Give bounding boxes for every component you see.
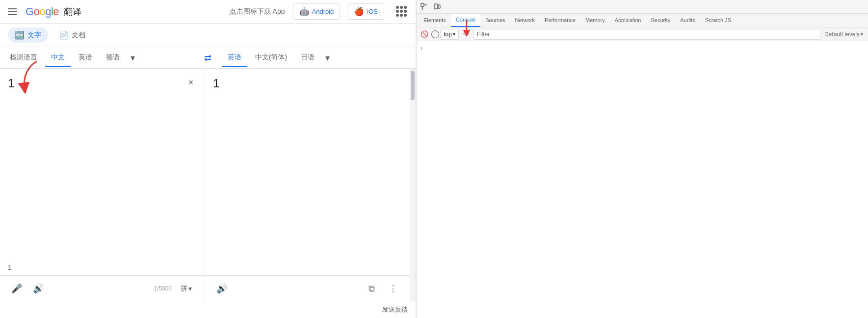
target-speaker-btn[interactable]: 🔊 — [213, 280, 231, 297]
eye-filter-btn[interactable]: 👁 — [461, 28, 473, 40]
mode-tabs: 🔤 文字 📄 文档 — [0, 24, 416, 47]
translate-panel: #menu-icon-btn { width:24px; height:24px… — [0, 0, 416, 318]
tab-console[interactable]: Console — [451, 14, 480, 27]
device-toggle-btn[interactable] — [431, 1, 443, 13]
target-text-wrapper: 1 — [205, 69, 410, 275]
source-transcription: 1 — [0, 260, 205, 275]
ios-btn[interactable]: 🍎 iOS — [348, 3, 384, 20]
console-prompt[interactable]: › — [421, 45, 422, 52]
android-btn[interactable]: 🤖 Android — [293, 3, 341, 20]
target-area: 1 🔊 ⧉ ⋮ — [205, 69, 410, 301]
tab-audits[interactable]: Audits — [675, 14, 700, 27]
clear-input-btn[interactable]: × — [185, 77, 197, 88]
source-lang-detect[interactable]: 检测语言 — [4, 49, 43, 67]
char-count: 1/5000 — [154, 285, 172, 292]
source-input[interactable]: 1 — [8, 77, 181, 106]
google-logo: Google — [26, 5, 59, 18]
target-bottom-bar: 🔊 ⧉ ⋮ — [205, 275, 410, 301]
context-selector[interactable]: top ▾ — [440, 29, 459, 40]
devtools-panel: Elements Console Sources Network Perform… — [416, 0, 868, 318]
source-lang-de[interactable]: 德语 — [100, 49, 126, 67]
copy-translation-btn[interactable]: ⧉ — [363, 280, 380, 297]
source-bottom-bar: 🎤 🔊 1/5000 拼 ▾ — [0, 275, 205, 301]
translation-area: 1 × 1 🎤 🔊 1/5000 拼 ▾ 1 🔊 — [0, 69, 416, 301]
svg-rect-4 — [434, 4, 438, 9]
target-lang-en[interactable]: 英语 — [222, 49, 247, 67]
target-lang-zh-simplified[interactable]: 中文(简体) — [249, 49, 293, 67]
svg-rect-1 — [421, 3, 424, 6]
source-lang-expand[interactable]: ▾ — [128, 50, 138, 66]
pinyin-expand-icon: ▾ — [188, 285, 192, 292]
clear-console-btn[interactable]: 🚫 — [419, 28, 430, 40]
default-levels-btn[interactable]: Default levels ▾ — [821, 30, 866, 39]
lang-bar: 检测语言 中文 英语 德语 ▾ ⇄ 英语 中文(简体) 日语 ▾ — [0, 47, 416, 69]
top-bar: #menu-icon-btn { width:24px; height:24px… — [0, 0, 416, 24]
source-area: 1 × 1 🎤 🔊 1/5000 拼 ▾ — [0, 69, 205, 301]
tab-memory[interactable]: Memory — [580, 14, 610, 27]
devtools-toolbar: 🚫 top ▾ 👁 Default levels ▾ — [417, 27, 868, 41]
filter-input[interactable] — [473, 29, 820, 40]
devtools-content: › — [417, 41, 868, 318]
target-lang-expand[interactable]: ▾ — [322, 50, 333, 66]
devtools-tabs: Elements Console Sources Network Perform… — [417, 14, 868, 27]
swap-languages-btn[interactable]: ⇄ — [198, 48, 218, 68]
devtools-top-icons — [417, 0, 868, 14]
inspect-element-btn[interactable] — [419, 1, 430, 13]
source-lang-en[interactable]: 英语 — [73, 49, 98, 67]
tab-application[interactable]: Application — [610, 14, 646, 27]
document-mode-btn[interactable]: 📄 文档 — [52, 27, 92, 43]
source-lang-zh[interactable]: 中文 — [45, 49, 71, 67]
default-levels-arrow: ▾ — [861, 31, 863, 37]
tab-security[interactable]: Security — [646, 14, 675, 27]
scrollbar[interactable] — [410, 69, 416, 301]
more-options-btn[interactable]: ⋮ — [384, 280, 402, 297]
target-lang-ja[interactable]: 日语 — [295, 49, 320, 67]
tab-elements[interactable]: Elements — [419, 14, 451, 27]
source-langs: 检测语言 中文 英语 德语 ▾ — [0, 49, 198, 67]
tab-network[interactable]: Network — [510, 14, 540, 27]
tab-sources[interactable]: Sources — [480, 14, 510, 27]
target-bottom-left: 🔊 — [213, 280, 231, 297]
download-text: 点击图标下载 App — [230, 7, 285, 16]
menu-icon[interactable]: #menu-icon-btn { width:24px; height:24px… — [8, 6, 20, 18]
target-langs: 英语 中文(简体) 日语 ▾ — [218, 49, 416, 67]
grid-icon[interactable] — [396, 6, 408, 18]
text-mode-btn[interactable]: 🔤 文字 — [8, 27, 48, 43]
tab-performance[interactable]: Performance — [540, 14, 580, 27]
source-input-wrapper: 1 × — [0, 69, 205, 260]
source-mic-btn[interactable]: 🎤 — [8, 280, 26, 297]
tab-scratch-js[interactable]: Scratch JS — [700, 14, 736, 27]
preserve-log-btn[interactable] — [431, 30, 439, 38]
pinyin-btn[interactable]: 拼 ▾ — [176, 281, 197, 296]
target-text: 1 — [213, 77, 402, 90]
app-name: 翻译 — [64, 6, 81, 18]
svg-rect-5 — [438, 5, 440, 8]
source-speaker-btn[interactable]: 🔊 — [29, 280, 47, 297]
apple-icon: 🍎 — [354, 7, 364, 16]
feedback-bar[interactable]: 发送反馈 — [0, 301, 416, 318]
context-selector-arrow: ▾ — [453, 31, 455, 37]
top-bar-right: 点击图标下载 App 🤖 Android 🍎 iOS — [230, 3, 408, 20]
target-bottom-right: ⧉ ⋮ — [363, 280, 402, 297]
scroll-thumb[interactable] — [411, 71, 415, 100]
translate-icon: 🔤 — [15, 30, 25, 40]
android-icon: 🤖 — [299, 7, 309, 16]
document-icon: 📄 — [59, 30, 69, 40]
